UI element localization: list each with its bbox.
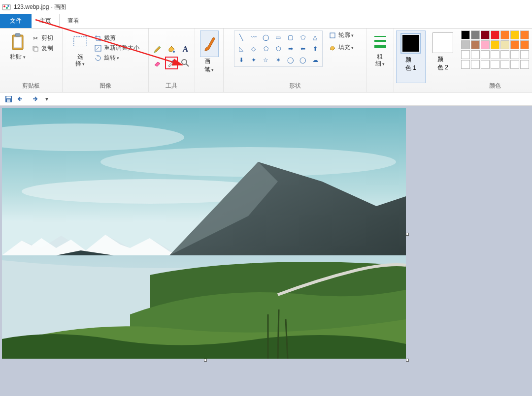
pencil-icon [153, 45, 162, 54]
undo-button[interactable] [17, 94, 26, 103]
palette-swatch[interactable] [461, 40, 470, 49]
shape-roundrect[interactable]: ▢ [285, 32, 297, 43]
palette-swatch[interactable] [500, 31, 509, 39]
pencil-tool[interactable] [151, 43, 164, 56]
shape-curve[interactable]: 〰 [248, 32, 260, 43]
svg-rect-12 [172, 60, 175, 62]
brush-button[interactable] [200, 31, 219, 57]
eraser-tool[interactable] [151, 57, 164, 69]
title-bar: 123.webp.jpg - 画图 [0, 0, 532, 14]
resize-handle-corner[interactable] [406, 359, 409, 362]
shape-polygon[interactable]: ⬠ [297, 32, 309, 43]
palette-swatch[interactable] [520, 31, 529, 39]
palette-swatch[interactable] [520, 50, 529, 59]
shape-hexagon[interactable]: ⬡ [272, 43, 284, 54]
color1-swatch [400, 33, 421, 54]
color1-button[interactable]: 颜 色 1 [396, 31, 426, 83]
svg-rect-20 [7, 99, 10, 102]
paste-button[interactable]: 粘贴 [7, 31, 29, 62]
resize-label: 重新调整大小 [104, 44, 139, 52]
text-tool[interactable]: A [179, 43, 192, 56]
shape-right-tri[interactable]: ◺ [235, 43, 247, 54]
select-button[interactable]: 选 择 [69, 31, 91, 69]
crop-button[interactable]: 裁剪 [92, 33, 141, 43]
svg-rect-14 [330, 33, 335, 38]
redo-button[interactable] [30, 94, 38, 103]
palette-swatch[interactable] [471, 50, 480, 59]
canvas[interactable] [2, 108, 406, 359]
group-label-shapes: 形状 [289, 82, 301, 91]
shapes-gallery[interactable]: ╲ 〰 ◯ ▭ ▢ ⬠ △ ◺ ◇ ⬠ ⬡ ➡ ⬅ ⬆ ⬇ ✦ ☆ ✶ ◯ ◯ [234, 31, 323, 67]
palette-swatch[interactable] [481, 60, 490, 69]
palette-swatch[interactable] [510, 40, 519, 49]
size-button[interactable]: 粗 细 [369, 31, 391, 69]
palette-swatch[interactable] [510, 50, 519, 59]
palette-swatch[interactable] [510, 60, 519, 69]
magnifier-tool[interactable] [179, 57, 192, 69]
palette-swatch[interactable] [510, 31, 519, 39]
shape-callout-cl[interactable]: ☁ [309, 55, 321, 65]
tab-home[interactable]: 主页 [32, 14, 60, 28]
color2-button[interactable]: 颜 色 2 [429, 31, 457, 83]
shape-arrow-r[interactable]: ➡ [285, 43, 297, 54]
shape-diamond[interactable]: ◇ [248, 43, 260, 54]
cut-button[interactable]: ✂ 剪切 [30, 33, 55, 43]
shape-line[interactable]: ╲ [235, 32, 247, 43]
svg-rect-16 [374, 40, 386, 42]
palette-swatch[interactable] [481, 40, 490, 49]
shape-4star[interactable]: ✦ [248, 55, 260, 65]
color-picker-tool[interactable] [165, 57, 178, 69]
svg-point-2 [6, 7, 8, 9]
palette-swatch[interactable] [491, 31, 499, 39]
shape-callout-ov[interactable]: ◯ [297, 55, 309, 65]
palette-swatch[interactable] [471, 40, 480, 49]
palette-swatch[interactable] [500, 60, 509, 69]
palette-swatch[interactable] [471, 60, 480, 69]
palette-swatch[interactable] [461, 60, 470, 69]
tab-view[interactable]: 查看 [60, 14, 87, 28]
brush-icon [202, 34, 217, 54]
shape-oval[interactable]: ◯ [260, 32, 272, 43]
app-icon [2, 2, 11, 11]
scissors-icon: ✂ [32, 34, 39, 42]
tab-file[interactable]: 文件 [0, 14, 32, 28]
palette-swatch[interactable] [491, 50, 499, 59]
shape-triangle[interactable]: △ [309, 32, 321, 43]
shape-5star[interactable]: ☆ [260, 55, 272, 65]
shape-6star[interactable]: ✶ [272, 55, 284, 65]
palette-swatch[interactable] [461, 50, 470, 59]
palette-swatch[interactable] [520, 60, 529, 69]
svg-rect-6 [15, 33, 20, 36]
shape-arrow-u[interactable]: ⬆ [309, 43, 321, 54]
palette-swatch[interactable] [491, 40, 499, 49]
svg-line-27 [278, 309, 279, 359]
size-label: 粗 细 [375, 53, 385, 67]
resize-button[interactable]: 重新调整大小 [92, 43, 141, 53]
copy-button[interactable]: 复制 [30, 44, 55, 53]
palette-swatch[interactable] [500, 40, 509, 49]
fill-button[interactable]: 填充 [327, 43, 356, 52]
fill-tool[interactable] [165, 43, 178, 56]
copy-icon [32, 45, 39, 53]
shape-arrow-d[interactable]: ⬇ [235, 55, 247, 65]
qat-customize[interactable]: ▾ [42, 94, 51, 103]
palette-swatch[interactable] [491, 60, 499, 69]
save-button[interactable] [4, 94, 13, 103]
palette-swatch[interactable] [461, 31, 470, 39]
palette-swatch[interactable] [520, 40, 529, 49]
resize-handle-right[interactable] [406, 233, 409, 236]
shape-pentagon[interactable]: ⬠ [260, 43, 272, 54]
palette-swatch[interactable] [481, 50, 490, 59]
copy-label: 复制 [41, 44, 53, 53]
palette-swatch[interactable] [500, 50, 509, 59]
paste-label: 粘贴 [10, 53, 26, 61]
outline-button[interactable]: 轮廓 [327, 31, 356, 40]
rotate-button[interactable]: 旋转 [92, 53, 141, 62]
group-shapes: ╲ 〰 ◯ ▭ ▢ ⬠ △ ◺ ◇ ⬠ ⬡ ➡ ⬅ ⬆ ⬇ ✦ ☆ ✶ ◯ ◯ [224, 29, 366, 92]
resize-handle-bottom[interactable] [204, 359, 207, 362]
shape-callout-rd[interactable]: ◯ [285, 55, 297, 65]
shape-rect[interactable]: ▭ [272, 32, 284, 43]
palette-swatch[interactable] [481, 31, 490, 39]
shape-arrow-l[interactable]: ⬅ [297, 43, 309, 54]
palette-swatch[interactable] [471, 31, 480, 39]
